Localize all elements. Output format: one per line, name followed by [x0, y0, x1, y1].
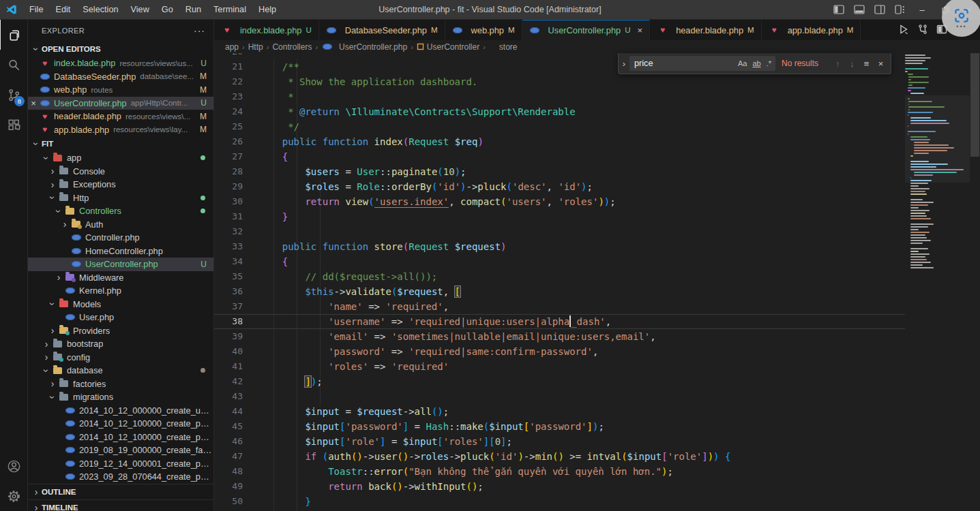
git-graph-icon[interactable] [917, 24, 928, 37]
code-line-41[interactable]: 41 'roles' => 'required' [214, 359, 905, 374]
tree-item-Models[interactable]: ›Models [28, 298, 213, 311]
breadcrumb-store[interactable]: store [489, 42, 518, 52]
timeline-header[interactable]: ›TIMELINE [28, 499, 213, 511]
menu-edit[interactable]: Edit [49, 0, 76, 19]
menu-help[interactable]: Help [252, 0, 282, 19]
find-expand-icon[interactable]: › [619, 59, 629, 69]
breadcrumb-Controllers[interactable]: Controllers [272, 42, 312, 52]
tree-item-2019_12_14_000001_create_personal_...[interactable]: 2019_12_14_000001_create_personal_... [28, 457, 213, 471]
breadcrumb-Http[interactable]: Http [248, 42, 263, 52]
settings-gear-icon[interactable] [0, 481, 27, 511]
code-line-39[interactable]: 39 'email' => 'sometimes|nullable|email|… [214, 329, 905, 344]
tab-header.blade.php[interactable]: ♥header.blade.phpM [650, 20, 762, 40]
code-line-33[interactable]: 33 public function store(Request $reques… [214, 239, 905, 254]
tree-item-app[interactable]: ›app [28, 151, 213, 165]
tree-item-2014_10_12_000000_create_users_tabl...[interactable]: 2014_10_12_000000_create_users_tabl... [28, 404, 213, 418]
breadcrumb-app[interactable]: app [225, 42, 239, 52]
code-line-24[interactable]: 24 * @return \Illuminate\Contracts\Suppo… [214, 104, 905, 119]
project-root-header[interactable]: ›FIT [28, 136, 213, 151]
explorer-more-actions-icon[interactable]: ··· [194, 25, 205, 36]
close-tab-icon[interactable]: × [638, 25, 643, 35]
tree-item-Providers[interactable]: ›Providers [28, 324, 213, 338]
minimap[interactable] [905, 40, 970, 511]
code-line-48[interactable]: 48 Toastr::error("Bạn không thể gắn quyề… [214, 464, 905, 479]
tree-item-UserController.php[interactable]: UserController.phpU [28, 258, 213, 271]
open-editor-app.blade.php[interactable]: ♥app.blade.phpresources\views\lay...M [28, 123, 213, 137]
toggle-panel-icon[interactable] [849, 0, 870, 19]
tree-item-Exceptions[interactable]: ›Exceptions [28, 178, 213, 191]
tree-item-2014_10_12_100000_create_password...[interactable]: 2014_10_12_100000_create_password... [28, 431, 213, 444]
find-next-icon[interactable]: ↓ [845, 59, 859, 69]
menu-file[interactable]: File [23, 0, 49, 19]
tree-item-HomeController.php[interactable]: HomeController.php [28, 245, 213, 258]
toggle-sidebar-icon[interactable] [829, 0, 849, 19]
source-control-icon[interactable]: 8 [0, 80, 27, 110]
regex-toggle[interactable]: .* [764, 59, 774, 68]
screen-capture-overlay-button[interactable]: ••• [942, 0, 980, 37]
code-line-43[interactable]: 43 [214, 389, 905, 404]
find-close-icon[interactable]: × [874, 59, 888, 69]
tab-web.php[interactable]: web.phpM [445, 20, 522, 40]
open-editor-UserController.php[interactable]: ×UserController.phpapp\Http\Contr...U [28, 97, 213, 110]
menu-terminal[interactable]: Terminal [207, 0, 252, 19]
tree-item-factories[interactable]: ›factories [28, 377, 213, 391]
open-editor-DatabaseSeeder.php[interactable]: DatabaseSeeder.phpdatabase\see...M [28, 70, 213, 84]
explorer-icon[interactable] [0, 20, 28, 50]
tree-item-bootstrap[interactable]: ›bootstrap [28, 337, 213, 351]
tree-item-2023_09_28_070644_create_permissio...[interactable]: 2023_09_28_070644_create_permissio... [28, 470, 213, 484]
tree-item-Controller.php[interactable]: Controller.php [28, 231, 213, 245]
account-icon[interactable] [0, 451, 27, 481]
code-line-28[interactable]: 28 $users = User::paginate(10); [214, 164, 905, 179]
extensions-icon[interactable] [0, 110, 27, 140]
search-icon[interactable] [0, 50, 27, 80]
code-line-35[interactable]: 35 // dd($request->all()); [214, 269, 905, 284]
code-line-37[interactable]: 37 'name' => 'required', [214, 299, 905, 314]
code-line-26[interactable]: 26 public function index(Request $req) [214, 134, 905, 149]
find-previous-icon[interactable]: ↑ [831, 59, 845, 69]
code-line-50[interactable]: 50 } [214, 494, 905, 509]
editor-scrollbar[interactable] [970, 40, 980, 511]
code-line-42[interactable]: 42 ]); [214, 374, 905, 389]
run-code-icon[interactable] [898, 24, 909, 37]
customize-layout-icon[interactable] [890, 0, 910, 19]
code-line-23[interactable]: 23 * [214, 89, 905, 104]
code-line-27[interactable]: 27 { [214, 149, 905, 164]
outline-header[interactable]: ›OUTLINE [28, 484, 213, 499]
tree-item-2019_08_19_000000_create_failed_job...[interactable]: 2019_08_19_000000_create_failed_job... [28, 444, 213, 457]
code-line-40[interactable]: 40 'password' => 'required|same:confirm-… [214, 344, 905, 359]
breadcrumb-UserController[interactable]: UserController [417, 42, 479, 52]
tab-DatabaseSeeder.php[interactable]: DatabaseSeeder.phpM [319, 20, 445, 40]
menu-selection[interactable]: Selection [76, 0, 124, 19]
tree-item-Controllers[interactable]: ›Controllers [28, 204, 213, 218]
tree-item-database[interactable]: ›database [28, 364, 213, 377]
find-input[interactable]: price Aa ab .* [629, 56, 775, 71]
code-line-36[interactable]: 36 $this->validate($request, [ [214, 284, 905, 299]
code-line-25[interactable]: 25 */ [214, 119, 905, 134]
open-editors-header[interactable]: ›OPEN EDITORS [28, 42, 213, 57]
code-line-47[interactable]: 47 if (auth()->user()->roles->pluck('id'… [214, 449, 905, 464]
minimize-button[interactable]: – [910, 0, 934, 19]
code-line-45[interactable]: 45 $input['password'] = Hash::make($inpu… [214, 419, 905, 434]
code-line-46[interactable]: 46 $input['role'] = $input['roles'][0]; [214, 434, 905, 449]
find-in-selection-icon[interactable]: ≡ [859, 59, 874, 69]
tab-UserController.php[interactable]: UserController.phpU× [522, 20, 651, 40]
tab-app.blade.php[interactable]: ♥app.blade.phpM [762, 20, 861, 40]
tab-index.blade.php[interactable]: ♥index.blade.phpU [214, 20, 319, 40]
close-editor-icon[interactable]: × [28, 98, 39, 108]
code-line-32[interactable]: 32 [214, 224, 905, 239]
code-line-22[interactable]: 22 * Show the application dashboard. [214, 74, 905, 89]
tree-item-Middleware[interactable]: ›Middleware [28, 271, 213, 285]
code-line-29[interactable]: 29 $roles = Role::orderBy('id')->pluck('… [214, 179, 905, 194]
tree-item-Http[interactable]: ›Http [28, 191, 213, 205]
breadcrumb-UserController.php[interactable]: UserController.php [321, 42, 407, 52]
code-line-31[interactable]: 31 } [214, 209, 905, 224]
menu-view[interactable]: View [125, 0, 155, 19]
open-editor-web.php[interactable]: web.phproutesM [28, 83, 213, 97]
code-line-34[interactable]: 34 { [214, 254, 905, 269]
tree-item-migrations[interactable]: ›migrations [28, 390, 213, 404]
tree-item-2014_10_12_100000_create_password...[interactable]: 2014_10_12_100000_create_password... [28, 417, 213, 431]
code-editor[interactable]: 2021 /**22 * Show the application dashbo… [214, 44, 905, 511]
toggle-secondary-sidebar-icon[interactable] [870, 0, 890, 19]
tree-item-Auth[interactable]: ›Auth [28, 218, 213, 232]
tree-item-Console[interactable]: ›Console [28, 165, 213, 179]
